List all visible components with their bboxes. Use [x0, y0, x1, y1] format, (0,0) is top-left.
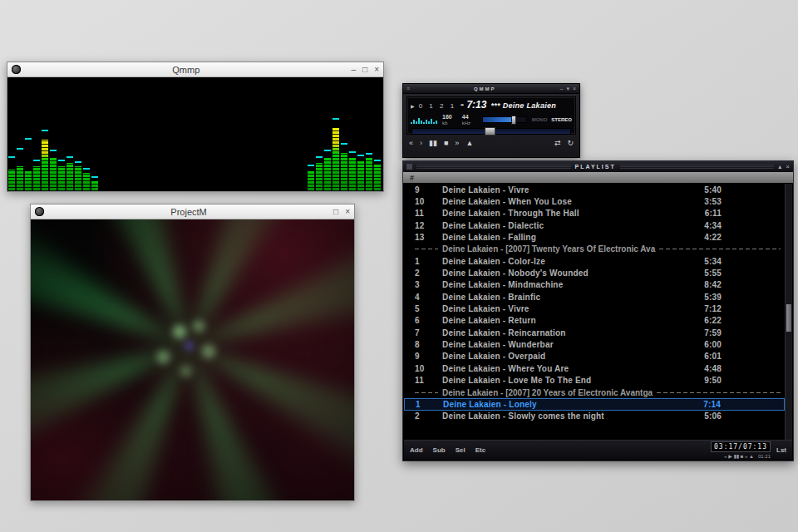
track-title: Deine Lakaien - Dialectic [442, 221, 688, 230]
playlist-track-row[interactable]: 5Deine Lakaien - Vivre7:12 [404, 303, 785, 314]
playlist-track-row-selected[interactable]: 1Deine Lakaien - Lonely7:14 [404, 398, 785, 410]
minimize-icon[interactable]: – [352, 66, 357, 74]
spectrum-bar [58, 77, 65, 191]
previous-button[interactable]: « [409, 140, 413, 147]
eject-button[interactable]: ▲ [466, 140, 473, 147]
play-status-icon: ▶ [411, 103, 415, 109]
playlist-track-row[interactable]: 9Deine Lakaien - Vivre5:40 [404, 184, 785, 195]
desktop: Qmmp – □ × ProjectM □ × ≡ QMMP [0, 0, 798, 532]
close-icon[interactable]: × [786, 164, 790, 170]
spectrum-bar [349, 77, 356, 191]
sub-button[interactable]: Sub [433, 446, 446, 454]
add-button[interactable]: Add [410, 446, 423, 454]
close-icon[interactable]: × [374, 66, 379, 74]
viz-titlebar[interactable]: Qmmp – □ × [7, 62, 383, 77]
playlist-menu-icon[interactable] [406, 164, 412, 170]
number-column-header[interactable]: # [410, 174, 414, 182]
spectrum-bar [17, 77, 23, 191]
track-title: Deine Lakaien - Slowly comes the night [442, 411, 688, 421]
close-icon[interactable]: × [345, 208, 350, 216]
spectrum-bar [116, 77, 123, 191]
samplerate-display: 44 kHz [462, 114, 477, 126]
playlist-track-row[interactable]: 4Deine Lakaien - Brainfic5:39 [404, 291, 785, 303]
track-duration: 5:39 [688, 293, 722, 302]
shade-icon[interactable]: ▴ [778, 164, 781, 170]
seek-knob[interactable] [485, 127, 495, 135]
volume-slider[interactable] [482, 116, 527, 123]
pause-button[interactable]: ▮▮ [429, 140, 437, 147]
spectrum-bar [191, 77, 198, 191]
bitrate-display: 160 kb [442, 114, 457, 126]
spectrum-bar [316, 77, 323, 191]
playlist-track-row[interactable]: 1Deine Lakaien - Color-Ize5:34 [404, 255, 785, 267]
track-duration: 4:48 [688, 364, 722, 373]
shuffle-button[interactable]: ⇄ [554, 140, 561, 147]
playlist-track-row[interactable]: 12Deine Lakaien - Dialectic4:34 [404, 219, 785, 231]
playlist-group-header[interactable]: Deine Lakaien - [2007] 20 Years of Elect… [404, 387, 785, 398]
track-duration: 6:01 [688, 352, 722, 361]
seek-slider[interactable] [411, 128, 571, 135]
projectm-logo-icon [35, 207, 44, 216]
scrollbar-thumb[interactable] [786, 304, 791, 332]
track-duration: 5:40 [688, 185, 722, 195]
maximize-icon[interactable]: □ [333, 208, 338, 216]
mini-transport-icons[interactable]: « ▶ ▮▮ ■ » ▲ [724, 453, 754, 459]
minimize-icon[interactable]: – [559, 86, 563, 91]
spectrum-bar [216, 77, 223, 191]
playlist-track-row[interactable]: 11Deine Lakaien - Love Me To The End9:50 [404, 375, 785, 387]
list-button[interactable]: Lst [776, 446, 786, 454]
track-number: 6 [404, 316, 442, 325]
projectm-window-title: ProjectM [44, 207, 333, 217]
next-button[interactable]: » [455, 140, 459, 147]
spectrum-bar [33, 77, 40, 191]
track-title: Deine Lakaien - Where You Are [442, 364, 688, 373]
playlist-track-row[interactable]: 7Deine Lakaien - Reincarnation7:59 [404, 327, 785, 338]
spectrum-bar [66, 77, 73, 191]
playlist-track-row[interactable]: 2Deine Lakaien - Nobody's Wounded5:55 [404, 267, 785, 278]
track-number-display: 0 1 2 1 [419, 102, 456, 110]
playlist-column-header[interactable]: # [403, 172, 793, 184]
spectrum-analyzer [7, 77, 383, 191]
group-dash [415, 392, 438, 393]
spectrum-bar [166, 77, 173, 191]
track-title: Deine Lakaien - Vivre [442, 304, 688, 313]
group-title: Deine Lakaien - [2007] 20 Years of Elect… [438, 388, 657, 397]
playlist-group-header[interactable]: Deine Lakaien - [2007] Twenty Years Of E… [404, 244, 785, 255]
play-button[interactable]: › [420, 140, 422, 147]
playlist-track-row[interactable]: 9Deine Lakaien - Overpaid6:01 [404, 351, 785, 362]
playlist-track-row[interactable]: 11Deine Lakaien - Through The Hall6:11 [404, 208, 785, 219]
playlist-track-row[interactable]: 2Deine Lakaien - Slowly comes the night5… [404, 411, 785, 422]
track-number: 1 [404, 257, 442, 266]
track-duration: 8:42 [688, 280, 722, 289]
player-titlebar[interactable]: ≡ QMMP – ▾ × [403, 84, 579, 94]
projectm-titlebar[interactable]: ProjectM □ × [31, 204, 354, 219]
track-title: Deine Lakaien - Return [442, 316, 688, 325]
playlist-track-row[interactable]: 10Deine Lakaien - Where You Are4:48 [404, 362, 785, 374]
spectrum-bar [158, 77, 165, 191]
track-duration: 6:00 [688, 340, 722, 349]
shade-icon[interactable]: ▾ [566, 86, 569, 91]
time-display[interactable]: - 7:13 [461, 99, 486, 111]
etc-button[interactable]: Etc [475, 446, 485, 454]
sel-button[interactable]: Sel [456, 446, 466, 454]
playlist-scrollbar[interactable] [785, 184, 792, 440]
stop-button[interactable]: ■ [444, 140, 448, 147]
repeat-button[interactable]: ↻ [567, 140, 574, 147]
playlist-titlebar[interactable]: PLAYLIST ▴ × [403, 161, 793, 172]
playlist-track-row[interactable]: 10Deine Lakaien - When You Lose3:53 [404, 195, 785, 207]
maximize-icon[interactable]: □ [362, 66, 367, 74]
playlist-track-row[interactable]: 6Deine Lakaien - Return6:22 [404, 315, 785, 327]
playlist-window-controls: ▴ × [778, 164, 790, 170]
volume-knob[interactable] [511, 116, 516, 125]
track-number: 5 [404, 304, 442, 313]
spectrum-bar [208, 77, 214, 191]
playlist-track-row[interactable]: 3Deine Lakaien - Mindmachine8:42 [404, 279, 785, 291]
spectrum-bar [299, 77, 306, 191]
track-title: Deine Lakaien - Lonely [443, 400, 687, 409]
playlist-track-row[interactable]: 13Deine Lakaien - Falling4:22 [404, 231, 785, 243]
track-duration: 7:14 [687, 400, 721, 409]
close-icon[interactable]: × [573, 86, 576, 91]
track-number: 3 [404, 280, 442, 289]
spectrum-bar [25, 77, 32, 191]
playlist-track-row[interactable]: 8Deine Lakaien - Wunderbar6:00 [404, 338, 785, 350]
